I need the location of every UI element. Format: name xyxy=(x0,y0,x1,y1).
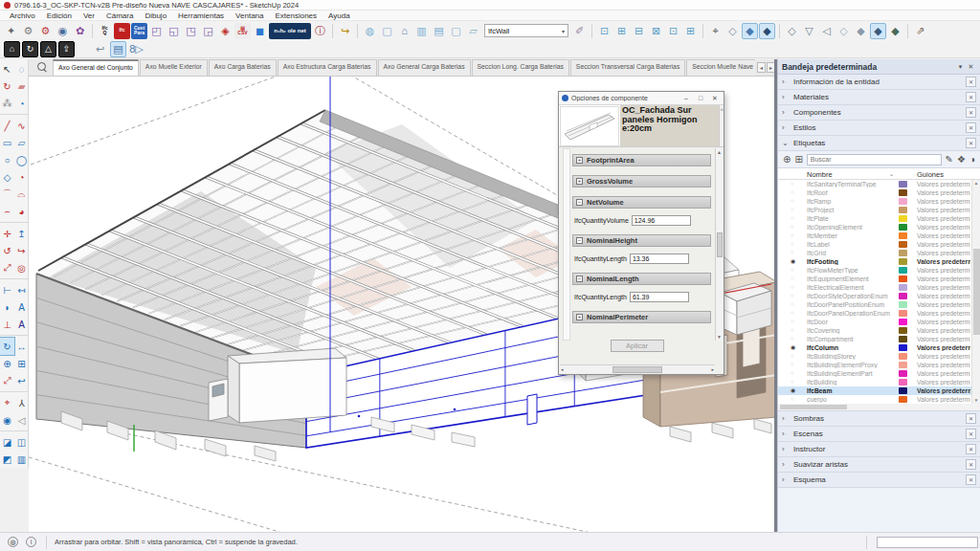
eye-visible-icon[interactable]: ◉ xyxy=(791,386,795,395)
tags-horizontal-scrollbar[interactable] xyxy=(778,404,980,411)
corner-arrow-icon[interactable]: ↩ xyxy=(92,41,108,57)
eye-visible-icon[interactable]: ◉ xyxy=(791,257,795,266)
tag-row[interactable]: ○IfcDoorPanelPositionEnumValores predete… xyxy=(778,300,980,309)
paste-objects-icon[interactable]: ⊟ xyxy=(631,23,647,39)
section-fill-tool[interactable]: ▥ xyxy=(14,451,29,468)
tag-name[interactable]: IfcDoorStyleOperationEnum xyxy=(807,293,895,299)
arc-tool[interactable]: ⌒ xyxy=(0,186,14,203)
collapse-icon[interactable]: − xyxy=(576,199,583,206)
tag-dashes[interactable]: Valores predeterminados xyxy=(917,370,970,377)
add-tag-icon[interactable]: ⊕ xyxy=(783,154,791,165)
menu-archivo[interactable]: Archivo xyxy=(4,11,41,20)
scene-tab[interactable]: Seccion Muelle Nave xyxy=(686,59,755,76)
tag-color-swatch[interactable] xyxy=(899,336,907,342)
add-tag-folder-icon[interactable]: ⊞ xyxy=(794,154,802,165)
tag-name[interactable]: IfcBuilding xyxy=(807,379,895,386)
section-instructor[interactable]: ›Instructor✕ xyxy=(778,442,980,457)
cube-dark-icon[interactable]: ◆ xyxy=(759,23,775,39)
group-nominalheight[interactable]: −NominalHeight xyxy=(572,234,711,247)
walk-tool[interactable]: ⅄ xyxy=(14,394,29,411)
collapse-icon[interactable]: − xyxy=(576,276,583,282)
blue-cube-icon[interactable]: ◼ xyxy=(252,23,268,39)
eye-hidden-icon[interactable]: ○ xyxy=(791,180,794,188)
expand-icon[interactable]: + xyxy=(576,314,583,320)
tag-color-swatch[interactable] xyxy=(899,319,907,325)
tag-dashes[interactable]: Valores predeterminados xyxy=(917,344,970,351)
ifc-quantity-icon[interactable]: Ifc Q xyxy=(97,23,113,39)
eye-hidden-icon[interactable]: ○ xyxy=(791,318,794,326)
scroll-thumb[interactable] xyxy=(973,249,980,335)
tag-name[interactable]: IfcElectricalElement xyxy=(807,284,895,291)
tag-color-swatch[interactable] xyxy=(899,301,907,308)
section-etiquetas[interactable]: ⌄ Etiquetas ✕ xyxy=(778,136,980,151)
tag-dashes[interactable]: Valores predeterminados xyxy=(917,189,970,196)
bim-axes-icon[interactable]: △ xyxy=(40,41,56,57)
eye-hidden-icon[interactable]: ○ xyxy=(791,300,794,309)
tag-row[interactable]: ◉IfcBeamValores predeterminados xyxy=(778,386,980,395)
two-point-arc-tool[interactable]: ⌓ xyxy=(14,186,29,203)
eye-hidden-icon[interactable]: ○ xyxy=(791,275,794,283)
tag-row[interactable]: ○IfcRampValores predeterminados xyxy=(778,197,980,206)
solid-panel-icon[interactable]: ▢ xyxy=(379,23,395,39)
tag-dashes[interactable]: Valores predeterminados xyxy=(917,267,970,274)
paint-bucket-tool[interactable]: ⁂ xyxy=(0,95,14,112)
tag-name[interactable]: IfcFlowMeterType xyxy=(807,267,895,274)
menu-dibujo[interactable]: Dibujo xyxy=(139,11,172,20)
follow-me-tool[interactable]: ↪ xyxy=(14,242,29,259)
dialog-maximize-button[interactable]: □ xyxy=(695,95,706,101)
chevron-down-icon[interactable]: ⌄ xyxy=(889,170,894,177)
scroll-thumb[interactable] xyxy=(780,405,847,409)
tags-vertical-scrollbar[interactable]: ▲ ▼ xyxy=(971,180,980,404)
tag-row[interactable]: ○IfcPlateValores predeterminados xyxy=(778,214,980,223)
csv-export-icon[interactable]: ▤ CSV xyxy=(234,23,251,39)
column-nombre[interactable]: Nombre xyxy=(807,170,833,179)
bim-export-icon[interactable]: ⇪ xyxy=(58,41,75,57)
tag-color-swatch[interactable] xyxy=(899,344,907,351)
dialog-minimize-button[interactable]: – xyxy=(680,95,692,101)
stamp-copy-icon[interactable]: ⊡ xyxy=(665,23,681,39)
eye-hidden-icon[interactable]: ○ xyxy=(791,231,794,240)
tag-row[interactable]: ○IfcCompartmentValores predeterminados xyxy=(778,335,980,343)
tag-name[interactable]: IfcMember xyxy=(807,232,895,239)
tag-dashes[interactable]: Valores predeterminados xyxy=(917,232,970,239)
menu-herramientas[interactable]: Herramientas xyxy=(172,11,230,20)
close-section-icon[interactable]: ✕ xyxy=(966,444,976,454)
field-ifcquantitylength[interactable] xyxy=(630,292,689,302)
rotate-tool[interactable]: ↺ xyxy=(0,242,14,259)
tag-color-swatch[interactable] xyxy=(899,387,907,394)
view-front-icon[interactable]: ◁ xyxy=(818,23,835,39)
tag-row[interactable]: ○IfcDoorStyleOperationEnumValores predet… xyxy=(778,292,980,300)
view-shaded-icon[interactable]: ◆ xyxy=(870,23,886,39)
tag-row[interactable]: ○IfcBuildingElementProxyValores predeter… xyxy=(778,361,980,369)
tag-color-swatch[interactable] xyxy=(899,224,907,231)
tag-name[interactable]: IfcLabel xyxy=(807,241,895,248)
group-grossvolume[interactable]: +GrossVolume xyxy=(572,175,711,187)
tag-color-swatch[interactable] xyxy=(899,232,907,239)
close-section-icon[interactable]: ✕ xyxy=(966,413,976,424)
ifc-box-export-icon[interactable]: ◰ xyxy=(148,23,165,39)
tag-dashes[interactable]: Valores predeterminados xyxy=(917,301,970,308)
classifier-eraser-icon[interactable]: ✐ xyxy=(571,23,588,39)
tag-color-swatch[interactable] xyxy=(899,362,907,368)
tag-name[interactable]: IfcEquipmentElement xyxy=(807,276,895,282)
menu-ventana[interactable]: Ventana xyxy=(230,11,269,20)
expand-icon[interactable]: + xyxy=(576,157,583,164)
tag-name[interactable]: IfcProject xyxy=(807,207,895,213)
tag-dashes[interactable]: Valores predeterminados xyxy=(917,224,970,231)
pie-arc-tool[interactable]: ◕ xyxy=(14,203,29,220)
tag-name[interactable]: IfcRamp xyxy=(807,198,895,205)
tag-color-swatch[interactable] xyxy=(899,293,907,299)
zoom-tool[interactable]: ⊕ xyxy=(0,355,14,372)
tag-row[interactable]: ○IfcRoofValores predeterminados xyxy=(778,188,980,197)
group-nominalperimeter[interactable]: +NominalPerimeter xyxy=(572,311,711,323)
3d-text-tool[interactable]: A xyxy=(14,316,29,333)
view-hidden-icon[interactable]: ◆ xyxy=(853,23,869,39)
eye-hidden-icon[interactable]: ○ xyxy=(791,352,794,361)
eye-hidden-icon[interactable]: ○ xyxy=(791,395,794,404)
orbit-tool[interactable]: ↻ xyxy=(0,338,14,355)
section-display-tool[interactable]: ◫ xyxy=(14,433,29,451)
offset-tool[interactable]: ◎ xyxy=(14,259,29,276)
three-point-arc-tool[interactable]: ⌢ xyxy=(0,203,14,220)
settings-gear-icon[interactable]: ⚙ xyxy=(20,23,36,39)
close-section-icon[interactable]: ✕ xyxy=(966,77,976,87)
